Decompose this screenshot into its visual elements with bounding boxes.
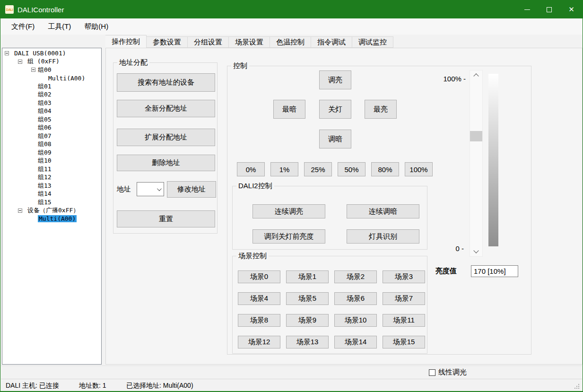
tree-item[interactable]: 组11 — [2, 165, 101, 174]
tree-item[interactable]: 设备（广播0xFF） — [2, 207, 101, 215]
address-label: 地址 — [117, 185, 131, 194]
search-addressed-devices-button[interactable]: 搜索有地址的设备 — [117, 73, 215, 92]
percent-button-row: 0%1%25%50%80%100% — [237, 162, 433, 176]
minimize-button[interactable] — [516, 0, 538, 18]
scene-button[interactable]: 场景2 — [334, 270, 377, 283]
tree-item-label: Multi(A00) — [38, 215, 77, 222]
percent-button[interactable]: 50% — [338, 162, 365, 176]
tree-item[interactable]: Multi(A00) — [2, 74, 101, 83]
darkest-button[interactable]: 最暗 — [273, 100, 305, 119]
brightness-gradient-bar — [488, 74, 498, 246]
tree-item[interactable]: 组13 — [2, 182, 101, 190]
address-count: 地址数: 1 — [79, 382, 106, 390]
tree-item[interactable]: DALI USB(0001) — [2, 49, 101, 58]
tree-item[interactable]: Multi(A00) — [2, 215, 101, 223]
dim-button[interactable]: 调暗 — [319, 130, 351, 148]
control-group-title: 控制 — [231, 61, 249, 70]
scene-button[interactable]: 场景8 — [238, 314, 280, 327]
device-tree[interactable]: DALI USB(0001) 组 (0xFF) 组00 Multi(A00) 组… — [2, 48, 102, 365]
menu-item[interactable]: 帮助(H) — [79, 20, 113, 33]
tree-item[interactable]: 组00 — [2, 66, 101, 74]
lamp-identify-button[interactable]: 灯具识别 — [347, 229, 419, 244]
scene-button[interactable]: 场景6 — [334, 292, 377, 305]
collapse-icon[interactable] — [5, 51, 9, 55]
tree-item[interactable]: 组14 — [2, 190, 101, 199]
brightest-button[interactable]: 最亮 — [365, 100, 397, 119]
tree-item[interactable]: 组05 — [2, 115, 101, 124]
tab[interactable]: 参数设置 — [147, 36, 188, 48]
scene-button[interactable]: 场景11 — [383, 314, 425, 327]
scene-button[interactable]: 场景0 — [238, 270, 280, 283]
tab[interactable]: 指令调试 — [311, 36, 352, 48]
continuous-brighten-button[interactable]: 连续调亮 — [252, 204, 325, 218]
scene-button[interactable]: 场景4 — [238, 292, 280, 305]
collapse-icon[interactable] — [18, 60, 22, 64]
tab[interactable]: 色温控制 — [270, 36, 311, 48]
collapse-icon[interactable] — [18, 209, 22, 213]
recall-last-level-button[interactable]: 调到关灯前亮度 — [252, 229, 325, 244]
scene-button[interactable]: 场景3 — [383, 270, 425, 283]
scene-button[interactable]: 场景5 — [286, 292, 329, 305]
reset-button[interactable]: 重置 — [117, 210, 215, 227]
tab[interactable]: 操作控制 — [105, 35, 147, 48]
tree-item[interactable]: 组03 — [2, 99, 101, 107]
address-combobox[interactable] — [137, 182, 164, 196]
linear-dimming-label: 线性调光 — [438, 368, 467, 377]
tree-item-label: 组07 — [38, 132, 52, 140]
tree-item[interactable]: 组07 — [2, 132, 101, 140]
tree-item[interactable]: 组02 — [2, 91, 101, 99]
close-button[interactable]: ✕ — [560, 0, 583, 18]
scroll-down-icon[interactable] — [473, 248, 479, 253]
maximize-button[interactable] — [538, 0, 560, 18]
app-icon: DALI — [5, 5, 14, 14]
scrollbar-thumb[interactable] — [470, 131, 482, 141]
linear-dimming-checkbox[interactable]: 线性调光 — [429, 368, 467, 377]
scene-button[interactable]: 场景1 — [286, 270, 329, 283]
window-title: DALIController — [17, 6, 64, 14]
assign-new-address-button[interactable]: 全新分配地址 — [117, 100, 215, 117]
scene-button[interactable]: 场景9 — [286, 314, 329, 327]
chevron-down-icon — [157, 186, 162, 191]
tab[interactable]: 场景设置 — [229, 36, 270, 48]
tree-item[interactable]: 组04 — [2, 107, 101, 116]
minimize-icon — [524, 9, 530, 10]
menu-item[interactable]: 文件(F) — [7, 20, 39, 33]
scene-button-grid: 场景0场景1场景2场景3场景4场景5场景6场景7场景8场景9场景10场景11场景… — [238, 270, 425, 348]
tree-item[interactable]: 组06 — [2, 124, 101, 132]
percent-button[interactable]: 1% — [270, 162, 298, 176]
tree-item[interactable]: 组 (0xFF) — [2, 58, 101, 66]
percent-button[interactable]: 25% — [304, 162, 332, 176]
scene-button[interactable]: 场景7 — [383, 292, 425, 305]
tree-item[interactable]: 组09 — [2, 148, 101, 157]
collapse-icon[interactable] — [31, 68, 35, 72]
extend-assign-address-button[interactable]: 扩展分配地址 — [117, 129, 215, 146]
continuous-dim-button[interactable]: 连续调暗 — [347, 204, 419, 218]
delete-address-button[interactable]: 删除地址 — [117, 155, 215, 171]
scroll-up-icon[interactable] — [473, 73, 479, 78]
tree-item[interactable]: 组12 — [2, 174, 101, 182]
brighten-button[interactable]: 调亮 — [319, 70, 351, 89]
scene-button[interactable]: 场景14 — [334, 336, 377, 348]
tree-item[interactable]: 组15 — [2, 198, 101, 207]
tree-item-label: 组05 — [38, 115, 52, 124]
tab[interactable]: 分组设置 — [188, 36, 229, 48]
tree-item[interactable]: 组08 — [2, 140, 101, 149]
checkbox-box-icon[interactable] — [429, 369, 435, 376]
lamp-off-button[interactable]: 关灯 — [319, 100, 351, 119]
control-group: 控制 调亮 最暗 关灯 最亮 调暗 0%1%25%50%80%100% DALI… — [227, 66, 531, 355]
brightness-value-field[interactable]: 170 [10%] — [471, 265, 518, 277]
tree-item[interactable]: 组10 — [2, 157, 101, 166]
tree-item[interactable]: 组01 — [2, 82, 101, 91]
brightness-scrollbar[interactable] — [470, 70, 483, 257]
scene-button[interactable]: 场景15 — [383, 336, 425, 348]
scene-button[interactable]: 场景12 — [238, 336, 280, 348]
scene-button[interactable]: 场景10 — [334, 314, 377, 327]
tab[interactable]: 调试监控 — [352, 36, 393, 48]
scene-button[interactable]: 场景13 — [286, 336, 329, 348]
percent-button[interactable]: 80% — [371, 162, 399, 176]
percent-button[interactable]: 0% — [237, 162, 265, 176]
modify-address-button[interactable]: 修改地址 — [167, 181, 216, 198]
menu-item[interactable]: 工具(T) — [43, 20, 76, 33]
resize-grip[interactable] — [578, 388, 579, 389]
percent-button[interactable]: 100% — [405, 162, 433, 176]
